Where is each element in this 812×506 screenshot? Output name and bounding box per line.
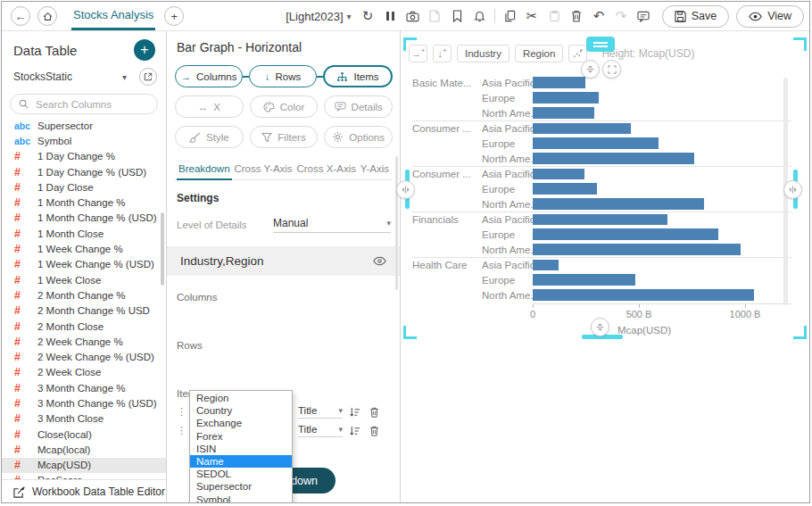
column-item[interactable]: #1 Day Change % (USD) <box>2 164 166 179</box>
tab-y-axis[interactable]: Y-Axis <box>359 159 391 179</box>
bar[interactable] <box>533 77 585 88</box>
drag-handle-icon[interactable]: ⋮ <box>177 406 186 418</box>
color-button[interactable]: Color <box>250 95 319 118</box>
remove-item-button[interactable] <box>366 426 382 436</box>
breakdown-group-header[interactable]: Industry,Region <box>167 246 400 276</box>
widget-drag-handle[interactable] <box>586 37 615 52</box>
save-button[interactable]: Save <box>662 5 730 28</box>
add-tab-button[interactable]: + <box>164 6 184 26</box>
filters-button[interactable]: Filters <box>250 126 319 148</box>
dropdown-option[interactable]: Symbol <box>190 494 292 504</box>
resize-horizontal-right-button[interactable] <box>783 180 802 199</box>
comment-button[interactable] <box>633 5 655 27</box>
remove-item-button[interactable] <box>366 407 382 418</box>
add-row-breakdown-button[interactable]: ↓+ <box>433 45 452 62</box>
tab-breakdown[interactable]: Breakdown <box>177 159 232 179</box>
column-item[interactable]: #Close(local) <box>2 427 166 442</box>
column-item[interactable]: #1 Day Change % <box>2 149 166 164</box>
notifications-button[interactable] <box>468 5 491 27</box>
fit-vertical-button[interactable] <box>581 60 600 79</box>
column-item[interactable]: abcSupersector <box>2 118 166 133</box>
column-item[interactable]: #1 Month Change % (USD) <box>2 211 166 226</box>
delete-button[interactable] <box>566 5 588 27</box>
column-item[interactable]: #Mcap(USD) <box>2 458 166 473</box>
bar[interactable] <box>533 274 635 286</box>
add-data-table-button[interactable]: + <box>134 39 155 61</box>
display-select[interactable]: Title▾ <box>298 424 343 437</box>
bar[interactable] <box>533 244 741 255</box>
bar[interactable] <box>533 153 694 164</box>
open-table-button[interactable] <box>139 68 157 86</box>
back-button[interactable]: ← <box>11 6 30 26</box>
column-item[interactable]: #2 Month Change % <box>2 287 166 303</box>
search-columns-box[interactable] <box>10 94 158 114</box>
column-item[interactable]: #2 Week Change % (USD) <box>2 349 166 364</box>
bar[interactable] <box>533 183 597 195</box>
dropdown-option[interactable]: ISIN <box>190 443 292 455</box>
sort-button[interactable] <box>346 407 362 418</box>
column-item[interactable]: #1 Day Close <box>2 179 166 195</box>
tab-cross-y-axis[interactable]: Cross Y-Axis <box>232 159 294 179</box>
dropdown-option[interactable]: SEDOL <box>190 468 292 480</box>
options-button[interactable]: Options <box>324 126 393 148</box>
bar[interactable] <box>533 228 718 240</box>
details-button[interactable]: Details <box>324 95 393 118</box>
sort-button[interactable] <box>346 426 362 436</box>
undo-button[interactable]: ↶ <box>588 5 610 27</box>
maximize-button[interactable] <box>602 60 621 79</box>
column-item[interactable]: #RecScore <box>2 473 166 479</box>
dropdown-option[interactable]: Country <box>190 404 292 417</box>
bar[interactable] <box>533 289 754 301</box>
view-button[interactable]: View <box>736 5 804 28</box>
bar[interactable] <box>533 260 559 271</box>
refresh-button[interactable]: ↻ <box>357 5 379 27</box>
bookmark-button[interactable] <box>446 5 468 27</box>
level-of-details-select[interactable]: Manual ▾ <box>273 217 391 233</box>
dropdown-option[interactable]: Name <box>190 455 292 468</box>
builder-scrollbar[interactable] <box>395 156 398 290</box>
theme-caret-icon[interactable]: ▾ <box>347 12 352 21</box>
pause-button[interactable] <box>379 5 402 27</box>
column-item[interactable]: #3 Month Close <box>2 411 166 427</box>
fit-vertical-bottom-button[interactable] <box>591 318 609 336</box>
style-button[interactable]: Style <box>175 126 244 148</box>
add-item-breakdown-button[interactable] <box>568 45 587 62</box>
dropdown-option[interactable]: Forex <box>190 430 292 443</box>
items-button[interactable]: Items <box>323 65 393 87</box>
dropdown-option[interactable]: Supersector <box>190 480 292 493</box>
column-item[interactable]: #2 Month Close <box>2 319 166 334</box>
bar[interactable] <box>533 107 594 119</box>
column-item[interactable]: #3 Month Change % (USD) <box>2 395 166 411</box>
rows-drop-zone[interactable] <box>175 351 393 372</box>
bar[interactable] <box>533 123 631 135</box>
bar[interactable] <box>533 198 704 210</box>
column-item[interactable]: #2 Week Change % <box>2 334 166 349</box>
copy-button[interactable] <box>499 5 521 27</box>
snapshot-button[interactable] <box>402 5 424 27</box>
data-table-select[interactable]: StocksStatic <box>13 71 119 83</box>
bar[interactable] <box>533 214 667 226</box>
rows-button[interactable]: ↓ Rows <box>249 65 317 87</box>
column-item[interactable]: #2 Week Close <box>2 365 166 380</box>
columns-drop-zone[interactable] <box>175 303 393 324</box>
breakdown-chip-region[interactable]: Region <box>515 45 563 62</box>
column-item[interactable]: #3 Month Change % <box>2 380 166 395</box>
workbook-editor-button[interactable]: Workbook Data Table Editor <box>2 479 166 503</box>
resize-horizontal-left-button[interactable] <box>396 180 415 199</box>
cut-button[interactable]: ✂ <box>521 5 543 27</box>
drag-handle-icon[interactable]: ⋮ <box>177 425 186 436</box>
dropdown-option[interactable]: Region <box>190 392 292 404</box>
bar[interactable] <box>533 92 599 104</box>
sidebar-scrollbar[interactable] <box>161 212 164 286</box>
column-item[interactable]: abcSymbol <box>2 133 166 148</box>
column-item[interactable]: #1 Week Change % <box>2 241 166 256</box>
dropdown-option[interactable]: Exchange <box>190 417 292 429</box>
home-button[interactable] <box>37 6 57 26</box>
tab-cross-x-axis[interactable]: Cross X-Axis <box>294 159 357 179</box>
bar[interactable] <box>533 169 584 180</box>
table-caret-icon[interactable]: ▾ <box>122 72 127 82</box>
breakdown-chip-industry[interactable]: Industry <box>457 45 510 62</box>
column-item[interactable]: #1 Week Change % (USD) <box>2 257 166 272</box>
x-axis-button[interactable]: ↔ X <box>175 95 244 118</box>
bar[interactable] <box>533 137 659 149</box>
